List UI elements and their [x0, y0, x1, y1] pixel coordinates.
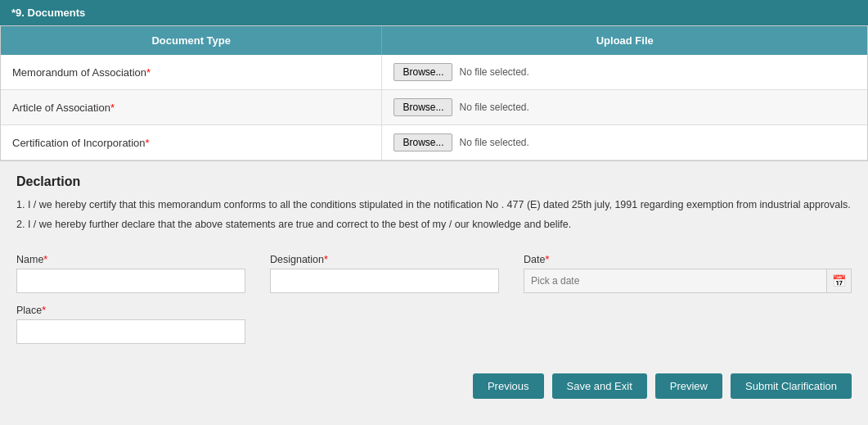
required-star: * — [146, 66, 151, 79]
browse-button[interactable]: Browse... — [394, 133, 452, 151]
save-exit-button[interactable]: Save and Exit — [552, 373, 647, 399]
required-star: * — [146, 137, 150, 149]
upload-cell: Browse...No file selected. — [382, 90, 867, 125]
submit-clarification-button[interactable]: Submit Clarification — [731, 373, 852, 399]
declaration-title: Declartion — [16, 174, 852, 189]
upload-cell: Browse...No file selected. — [382, 55, 867, 90]
designation-label: Designation* — [270, 254, 499, 265]
place-group: Place* — [16, 305, 245, 344]
no-file-text: No file selected. — [459, 137, 528, 148]
doc-type-cell: Certification of Incorporation* — [1, 125, 382, 161]
section-title: *9. Documents — [11, 7, 85, 19]
table-row: Memorandum of Association*Browse...No fi… — [1, 55, 867, 90]
date-group: Date* 📅 — [524, 254, 852, 293]
form-row-1: Name* Designation* Date* 📅 — [16, 254, 852, 293]
documents-table: Document Type Upload File Memorandum of … — [1, 26, 867, 161]
required-star: * — [110, 102, 115, 114]
place-label: Place* — [16, 305, 245, 316]
declaration-item: 2. I / we hereby further declare that th… — [16, 217, 852, 233]
no-file-text: No file selected. — [459, 66, 528, 78]
place-required-star: * — [42, 305, 46, 316]
file-upload-wrapper: Browse...No file selected. — [394, 133, 856, 151]
name-label: Name* — [16, 254, 245, 265]
previous-button[interactable]: Previous — [473, 373, 544, 399]
browse-button[interactable]: Browse... — [394, 63, 452, 81]
date-input-wrapper: 📅 — [524, 269, 852, 293]
table-row: Certification of Incorporation*Browse...… — [1, 125, 867, 161]
declaration-item: 1. I / we hereby certify that this memor… — [16, 197, 852, 213]
upload-cell: Browse...No file selected. — [382, 125, 867, 161]
col-header-doc-type: Document Type — [1, 26, 382, 55]
browse-button[interactable]: Browse... — [394, 98, 452, 116]
designation-group: Designation* — [270, 254, 499, 293]
designation-input[interactable] — [270, 269, 499, 293]
date-required-star: * — [545, 254, 549, 265]
documents-table-wrapper: Document Type Upload File Memorandum of … — [0, 25, 868, 161]
buttons-row: Previous Save and Exit Preview Submit Cl… — [0, 364, 868, 409]
no-file-text: No file selected. — [459, 102, 528, 113]
col-header-upload: Upload File — [382, 26, 867, 55]
calendar-button[interactable]: 📅 — [827, 269, 852, 293]
doc-type-cell: Article of Association* — [1, 90, 382, 125]
file-upload-wrapper: Browse...No file selected. — [394, 63, 856, 81]
declaration-list: 1. I / we hereby certify that this memor… — [16, 197, 852, 233]
date-input[interactable] — [524, 269, 827, 293]
name-required-star: * — [43, 254, 47, 265]
doc-type-cell: Memorandum of Association* — [1, 55, 382, 90]
form-fields: Name* Designation* Date* 📅 — [0, 254, 868, 364]
file-upload-wrapper: Browse...No file selected. — [394, 98, 856, 116]
preview-button[interactable]: Preview — [655, 373, 722, 399]
designation-required-star: * — [324, 254, 328, 265]
date-label: Date* — [524, 254, 852, 265]
section-header: *9. Documents — [0, 0, 868, 25]
name-group: Name* — [16, 254, 245, 293]
declaration-section: Declartion 1. I / we hereby certify that… — [0, 161, 868, 254]
place-input[interactable] — [16, 319, 245, 344]
form-row-2: Place* — [16, 305, 852, 344]
table-row: Article of Association*Browse...No file … — [1, 90, 867, 125]
page-container: *9. Documents Document Type Upload File … — [0, 0, 868, 425]
name-input[interactable] — [16, 269, 245, 293]
